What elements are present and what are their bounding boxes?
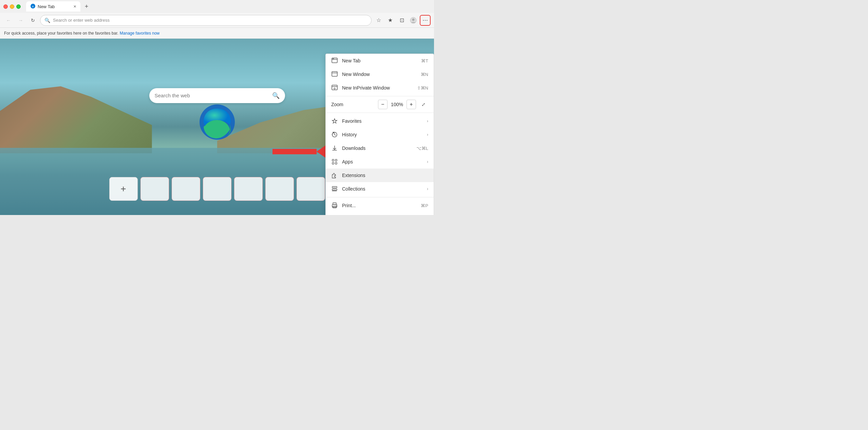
zoom-control-row: Zoom − 100% + ⤢ [326,98,434,111]
new-window-shortcut: ⌘N [421,72,428,77]
downloads-shortcut: ⌥⌘L [416,146,428,151]
address-bar[interactable]: 🔍 Search or enter web address [40,15,372,26]
menu-item-apps[interactable]: Apps › [326,155,434,169]
new-tab-label: New Tab [342,58,417,63]
maximize-button[interactable] [16,4,21,9]
menu-item-print[interactable]: Print... ⌘P [326,199,434,212]
search-submit-icon: 🔍 [272,92,280,99]
address-text: Search or enter web address [53,18,110,23]
menu-item-favorites[interactable]: Favorites › [326,114,434,128]
svg-point-26 [336,206,337,206]
downloads-label: Downloads [342,145,412,151]
speed-dial: + [109,177,325,201]
tab-close-button[interactable]: ✕ [73,4,76,9]
immersive-reader-icon[interactable]: ⊡ [397,15,407,25]
svg-point-3 [412,18,415,21]
history-icon [331,132,338,138]
edge-logo [197,102,238,143]
new-tab-shortcut: ⌘T [421,58,428,63]
speed-dial-item-5[interactable] [265,177,294,201]
downloads-icon [331,145,338,151]
svg-text:e: e [32,5,34,8]
svg-point-12 [334,88,335,89]
zoom-label: Zoom [331,102,375,107]
zoom-out-button[interactable]: − [378,100,388,109]
hill-left [0,83,152,153]
new-tab-button[interactable]: + [82,2,91,11]
svg-rect-18 [332,162,334,164]
svg-rect-7 [333,59,334,59]
favorites-bar-message: For quick access, place your favorites h… [4,31,118,36]
history-label: History [342,132,423,137]
history-arrow-icon: › [427,132,428,137]
speed-dial-item-3[interactable] [203,177,231,201]
close-button[interactable] [3,4,8,9]
ellipsis-icon: ⋯ [422,17,428,23]
collections-label: Collections [342,186,423,192]
browser-menu: New Tab ⌘T New Window ⌘N [325,54,434,215]
menu-item-extensions[interactable]: Extensions [326,169,434,182]
inprivate-icon [331,85,338,91]
menu-item-new-tab[interactable]: New Tab ⌘T [326,54,434,67]
svg-rect-23 [333,203,336,204]
zoom-value: 100% [390,102,404,107]
speed-dial-item-6[interactable] [297,177,325,201]
print-label: Print... [342,203,417,208]
svg-rect-16 [332,159,334,161]
tab-favicon-icon: e [30,3,36,10]
divider-2 [326,113,434,113]
minimize-button[interactable] [10,4,14,9]
nav-right-icons: ☆ ★ ⊡ ⋯ [374,15,431,26]
back-icon: ← [6,18,11,23]
main-content: 🔍 + New Tab ⌘T [0,39,434,215]
menu-item-new-window[interactable]: New Window ⌘N [326,67,434,81]
tab-bar: e New Tab ✕ + [26,1,431,12]
svg-rect-19 [335,162,337,164]
favorites-arrow-icon: › [427,119,428,123]
extensions-label: Extensions [342,173,428,178]
print-shortcut: ⌘P [421,203,428,208]
menu-item-find[interactable]: Find on Page... ⌘F [326,212,434,215]
speed-dial-item-2[interactable] [172,177,200,201]
collections-icon[interactable]: ★ [385,15,395,25]
svg-rect-21 [332,189,337,190]
tab-title: New Tab [38,4,55,9]
inprivate-shortcut: ⇧⌘N [417,85,428,91]
favorites-icon [331,118,338,124]
print-icon [331,202,338,209]
refresh-button[interactable]: ↻ [28,15,38,25]
add-speed-dial-button[interactable]: + [109,177,138,201]
navigation-bar: ← → ↻ 🔍 Search or enter web address ☆ ★ … [0,13,434,28]
web-search-box[interactable]: 🔍 [149,88,285,103]
web-search-input[interactable] [155,93,269,98]
zoom-expand-button[interactable]: ⤢ [419,100,428,109]
back-button[interactable]: ← [3,15,14,25]
apps-label: Apps [342,159,423,164]
forward-icon: → [18,18,23,23]
collections-arrow-icon: › [427,187,428,191]
search-icon: 🔍 [44,18,50,23]
collections-menu-icon [331,186,338,192]
divider-3 [326,197,434,197]
apps-icon [331,159,338,165]
new-tab-menu-icon [331,58,338,64]
menu-item-collections[interactable]: Collections › [326,182,434,196]
zoom-in-button[interactable]: + [407,100,416,109]
favorites-star-icon[interactable]: ☆ [374,15,384,25]
speed-dial-item-1[interactable] [140,177,169,201]
active-tab[interactable]: e New Tab ✕ [26,1,80,12]
svg-rect-17 [335,159,337,161]
settings-menu-button[interactable]: ⋯ [420,15,431,26]
profile-icon[interactable] [408,15,418,25]
menu-item-downloads[interactable]: Downloads ⌥⌘L [326,141,434,155]
favorites-bar: For quick access, place your favorites h… [0,28,434,39]
title-bar: e New Tab ✕ + [0,0,434,13]
refresh-icon: ↻ [31,18,35,23]
svg-rect-8 [332,72,337,76]
manage-favorites-link[interactable]: Manage favorites now [120,31,159,36]
menu-item-inprivate[interactable]: New InPrivate Window ⇧⌘N [326,81,434,95]
speed-dial-item-4[interactable] [234,177,263,201]
forward-button[interactable]: → [16,15,26,25]
menu-item-history[interactable]: History › [326,128,434,141]
add-icon: + [120,183,126,194]
